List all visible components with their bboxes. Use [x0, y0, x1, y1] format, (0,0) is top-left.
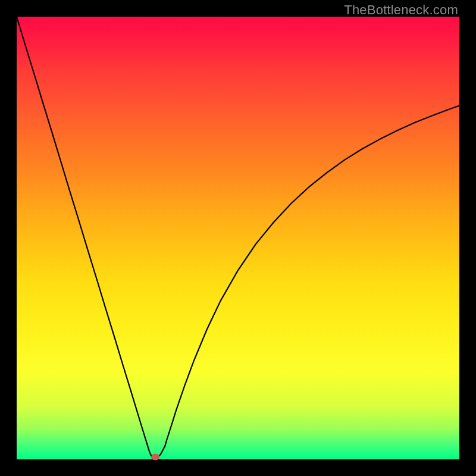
optimum-marker [151, 453, 159, 460]
plot-area [17, 17, 459, 459]
watermark-text: TheBottleneck.com [344, 2, 458, 18]
chart-frame: TheBottleneck.com [0, 0, 476, 476]
bottleneck-curve [17, 17, 459, 459]
